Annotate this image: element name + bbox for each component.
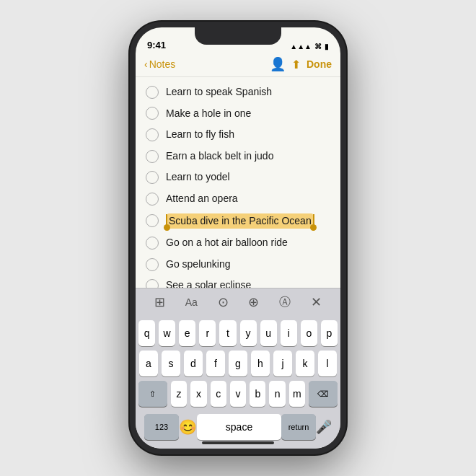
home-indicator	[202, 441, 274, 444]
note-text: Go on a hot air balloon ride	[166, 236, 288, 250]
table-icon[interactable]: ⊞	[154, 294, 165, 310]
notch	[195, 27, 281, 45]
checkbox[interactable]	[146, 279, 159, 288]
checkbox[interactable]	[146, 107, 159, 120]
key-o[interactable]: o	[301, 320, 317, 346]
collaborator-icon[interactable]: 👤	[270, 56, 286, 72]
list-item[interactable]: Learn to yodel	[136, 167, 340, 188]
key-a[interactable]: a	[139, 351, 158, 376]
checkbox[interactable]	[146, 150, 159, 163]
add-icon[interactable]: ⊕	[248, 294, 259, 310]
key-k[interactable]: k	[296, 351, 314, 376]
key-l[interactable]: l	[318, 351, 337, 376]
note-text: Go spelunking	[166, 257, 231, 272]
key-t[interactable]: t	[219, 320, 236, 346]
numbers-key[interactable]: 123	[144, 414, 179, 440]
close-icon[interactable]: ✕	[311, 294, 322, 310]
keyboard: qwertyuiop asdfghjkl ⇧ zxcvbnm ⌫ 123 😊 s…	[136, 316, 340, 449]
status-icons: ▲▲▲ ⌘ ▮	[290, 43, 329, 50]
share-icon[interactable]: ⬆	[291, 58, 301, 71]
note-text: Scuba dive in the Pacific Ocean	[167, 213, 313, 229]
list-item[interactable]: Earn a black belt in judo	[136, 146, 340, 167]
list-item[interactable]: See a solar eclipse	[136, 275, 340, 288]
checklist-icon[interactable]: ⊙	[218, 294, 229, 310]
microphone-button[interactable]: 🎤	[316, 419, 332, 435]
space-key[interactable]: space	[197, 414, 281, 440]
key-c[interactable]: c	[211, 381, 226, 407]
key-g[interactable]: g	[229, 351, 247, 376]
chevron-left-icon: ‹	[144, 58, 148, 70]
key-w[interactable]: w	[159, 320, 175, 346]
list-item[interactable]: Go spelunking	[136, 254, 340, 276]
key-n[interactable]: n	[269, 381, 285, 407]
key-r[interactable]: r	[199, 320, 216, 346]
key-u[interactable]: u	[260, 320, 277, 346]
markup-icon[interactable]: Ⓐ	[279, 295, 291, 310]
key-x[interactable]: x	[190, 381, 206, 407]
list-item[interactable]: Learn to speak Spanish	[136, 81, 340, 103]
checkbox[interactable]	[146, 193, 159, 206]
keyboard-bottom-row: 123 😊 space return 🎤	[138, 411, 338, 446]
key-y[interactable]: y	[240, 320, 257, 346]
list-item[interactable]: Make a hole in one	[136, 103, 340, 125]
key-v[interactable]: v	[230, 381, 246, 407]
emoji-button[interactable]: 😊	[179, 418, 197, 436]
wifi-icon: ⌘	[314, 43, 322, 50]
key-s[interactable]: s	[162, 351, 180, 376]
key-f[interactable]: f	[206, 351, 225, 376]
key-j[interactable]: j	[273, 351, 292, 376]
key-b[interactable]: b	[250, 381, 265, 407]
delete-key[interactable]: ⌫	[309, 381, 338, 407]
checkbox[interactable]	[146, 86, 159, 99]
keyboard-row-2: asdfghjkl	[138, 351, 338, 376]
shift-key[interactable]: ⇧	[138, 381, 167, 407]
nav-actions: 👤 ⬆ Done	[270, 56, 332, 72]
key-h[interactable]: h	[251, 351, 270, 376]
checkbox[interactable]	[146, 237, 159, 250]
checkbox[interactable]	[146, 214, 159, 227]
key-m[interactable]: m	[289, 381, 305, 407]
key-e[interactable]: e	[179, 320, 195, 346]
checkbox[interactable]	[146, 258, 159, 271]
list-item[interactable]: Learn to fly fish	[136, 124, 340, 146]
key-q[interactable]: q	[138, 320, 155, 346]
formatting-toolbar: ⊞ Aa ⊙ ⊕ Ⓐ ✕	[136, 288, 340, 316]
note-text: Earn a black belt in judo	[166, 149, 273, 164]
list-item[interactable]: Go on a hot air balloon ride	[136, 232, 340, 254]
back-label: Notes	[149, 58, 176, 70]
checkbox[interactable]	[146, 128, 159, 141]
nav-bar: ‹ Notes 👤 ⬆ Done	[136, 53, 340, 77]
keyboard-row-3: ⇧ zxcvbnm ⌫	[138, 381, 338, 407]
note-text: Learn to speak Spanish	[166, 85, 272, 100]
list-item[interactable]: Attend an opera	[136, 188, 340, 210]
back-button[interactable]: ‹ Notes	[144, 58, 175, 70]
checklist: Learn to speak SpanishMake a hole in one…	[136, 77, 340, 288]
checkbox[interactable]	[146, 171, 159, 184]
notes-list: Learn to speak SpanishMake a hole in one…	[136, 77, 340, 449]
key-z[interactable]: z	[171, 381, 187, 407]
note-text: See a solar eclipse	[166, 278, 251, 288]
font-icon[interactable]: Aa	[185, 296, 198, 308]
key-i[interactable]: i	[281, 320, 297, 346]
note-text: Attend an opera	[166, 192, 238, 206]
note-text: Learn to fly fish	[166, 128, 234, 142]
signal-icon: ▲▲▲	[290, 43, 312, 50]
done-button[interactable]: Done	[307, 58, 332, 70]
keyboard-row-1: qwertyuiop	[138, 320, 338, 346]
return-key[interactable]: return	[281, 414, 316, 440]
list-item[interactable]: Scuba dive in the Pacific Ocean	[136, 210, 340, 233]
key-p[interactable]: p	[321, 320, 338, 346]
note-text: Make a hole in one	[166, 107, 251, 121]
status-time: 9:41	[147, 40, 166, 50]
key-d[interactable]: d	[184, 351, 203, 376]
battery-icon: ▮	[325, 43, 329, 50]
note-text: Learn to yodel	[166, 170, 230, 185]
